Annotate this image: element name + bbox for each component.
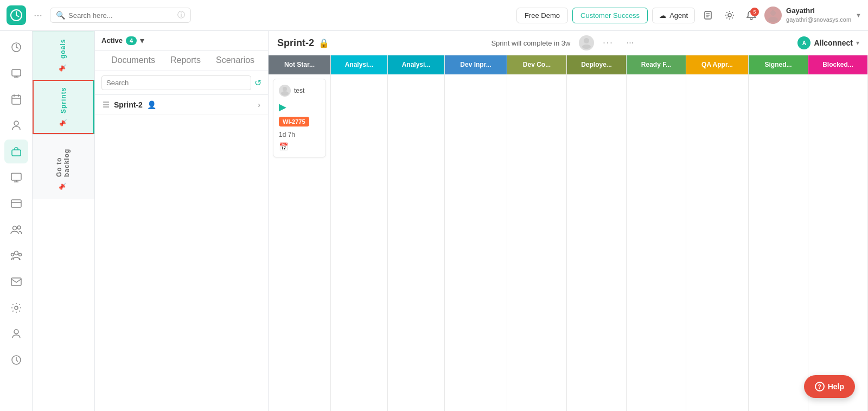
svg-rect-21 [12, 150, 21, 156]
svg-point-33 [15, 306, 18, 309]
sidebar-item-briefcase[interactable] [4, 140, 28, 163]
svg-point-38 [584, 38, 589, 43]
kanban-column-qa: QA Appr... [686, 55, 749, 411]
tab-scenarios[interactable]: Scenarios [208, 51, 262, 71]
backlog-tab[interactable]: 📌 Go to backlog [33, 134, 94, 199]
allconnect-avatar: A [797, 36, 810, 49]
notification-badge: 5 [750, 8, 759, 16]
sidebar-item-settings[interactable] [4, 296, 28, 320]
agent-button[interactable]: ☁ Agent [652, 8, 695, 23]
user-email: gayathri@snovasys.com [786, 16, 851, 23]
help-icon: ? [815, 382, 825, 391]
allconnect-section[interactable]: A Allconnect ▾ [797, 36, 859, 49]
column-header-ready: Ready F... [627, 55, 686, 74]
card-badge: WI-2775 [279, 117, 309, 127]
main-content: Sprint-2 🔒 Sprint will complete in 3w ··… [269, 31, 868, 411]
search-input[interactable] [68, 11, 174, 20]
side-panels: 📌 goals 📌 Sprints 📌 Go to backlog [33, 31, 95, 411]
kanban-column-blocked: Blocked... [808, 55, 868, 411]
sprint-search-row: ↺ [95, 71, 268, 95]
pin-icon-sprints: 📌 [60, 119, 67, 127]
allconnect-more[interactable]: ··· [627, 38, 634, 48]
goals-tab[interactable]: 📌 goals [33, 31, 94, 80]
allconnect-dropdown-arrow[interactable]: ▾ [856, 39, 859, 47]
column-header-blocked: Blocked... [808, 55, 867, 74]
sidebar-item-person[interactable] [4, 113, 28, 137]
svg-rect-16 [12, 96, 21, 104]
search-icon: 🔍 [56, 11, 65, 20]
expand-sidebar-button[interactable]: ⋯ [30, 8, 46, 23]
svg-line-12 [16, 47, 18, 48]
svg-point-39 [582, 45, 591, 49]
svg-point-28 [17, 226, 21, 229]
kanban-column-dev-inprogress: Dev Inpr... [445, 55, 507, 411]
app-logo[interactable] [7, 5, 26, 25]
dropdown-arrow[interactable]: ▾ [140, 35, 144, 46]
lock-icon: 🔒 [318, 38, 329, 48]
kanban-column-analysis2: Analysi... [388, 55, 445, 411]
svg-point-7 [728, 14, 731, 17]
card-calendar-icon: 📅 [279, 142, 288, 151]
column-header-analysis2: Analysi... [388, 55, 444, 74]
tab-documents[interactable]: Documents [104, 51, 163, 71]
svg-point-9 [768, 17, 778, 22]
kanban-column-analysis1: Analysi... [331, 55, 388, 411]
kanban-column-deployed: Deploye... [567, 55, 627, 411]
sprint-search-input[interactable] [101, 75, 251, 90]
customer-success-button[interactable]: Customer Success [572, 8, 648, 23]
kanban-card[interactable]: test ▶ WI-2775 1d 7h 📅 [273, 79, 326, 157]
column-header-dev-complete: Dev Co... [507, 55, 566, 74]
free-demo-button[interactable]: Free Demo [516, 8, 568, 23]
sidebar-item-clock[interactable] [4, 35, 28, 59]
user-dropdown-arrow[interactable]: ▼ [856, 12, 861, 18]
svg-rect-32 [11, 278, 21, 286]
global-search-bar[interactable]: 🔍 ⓘ [50, 8, 191, 23]
play-button[interactable]: ▶ [279, 101, 320, 113]
active-badge: 4 [126, 36, 137, 45]
allconnect-name: Allconnect [814, 39, 853, 47]
sidebar-item-group[interactable] [4, 244, 28, 268]
reset-button[interactable]: ↺ [254, 78, 261, 88]
svg-line-37 [16, 360, 18, 362]
help-button[interactable]: ? Help [804, 375, 855, 398]
sidebar-item-tv[interactable] [4, 61, 28, 85]
sprint-title-text: Sprint-2 [277, 37, 314, 49]
column-header-dev-inprogress: Dev Inpr... [445, 55, 507, 74]
card-user: test [279, 85, 320, 97]
user-section[interactable]: Gayathri gayathri@snovasys.com ▼ [764, 7, 861, 24]
svg-point-34 [14, 330, 18, 334]
svg-point-20 [14, 121, 18, 125]
sidebar-item-clock2[interactable] [4, 348, 28, 372]
sidebar-item-calendar[interactable] [4, 87, 28, 111]
notification-button[interactable]: 5 [743, 7, 760, 24]
sidebar-item-user2[interactable] [4, 322, 28, 346]
left-panel-header: Active 4 ▾ [95, 31, 268, 50]
sprint-title: Sprint-2 🔒 [277, 37, 329, 49]
sidebar-item-monitor[interactable] [4, 166, 28, 189]
sprint-name: Sprint-2 [114, 100, 143, 109]
tab-reports[interactable]: Reports [163, 51, 208, 71]
active-label: Active [101, 36, 123, 45]
sidebar-item-people[interactable] [4, 218, 28, 242]
document-icon-button[interactable] [699, 7, 717, 24]
left-panel-tabs: Documents Reports Scenarios Runs Activit… [95, 50, 268, 71]
sprint-complete-info: Sprint will complete in 3w [491, 39, 570, 47]
svg-point-27 [12, 226, 16, 230]
sidebar-item-mail[interactable] [4, 270, 28, 294]
sidebar [0, 31, 33, 411]
pin-icon-backlog: 📌 [59, 182, 67, 191]
sprint-arrow-icon: › [258, 100, 260, 109]
svg-rect-13 [12, 69, 21, 76]
settings-icon-button[interactable] [721, 7, 738, 24]
content-header-avatar [579, 35, 594, 50]
sidebar-item-card[interactable] [4, 192, 28, 216]
sprint-list-item[interactable]: ☰ Sprint-2 👤 › [95, 95, 268, 115]
card-username: test [294, 87, 304, 94]
more-options-button[interactable]: ··· [603, 38, 613, 48]
svg-point-8 [770, 10, 776, 16]
column-header-not-started: Not Star... [269, 55, 330, 74]
avatar [764, 7, 782, 24]
svg-rect-25 [11, 200, 21, 207]
sprints-tab[interactable]: 📌 Sprints [33, 80, 94, 134]
top-nav: ⋯ 🔍 ⓘ Free Demo Customer Success ☁ Agent… [0, 0, 868, 31]
